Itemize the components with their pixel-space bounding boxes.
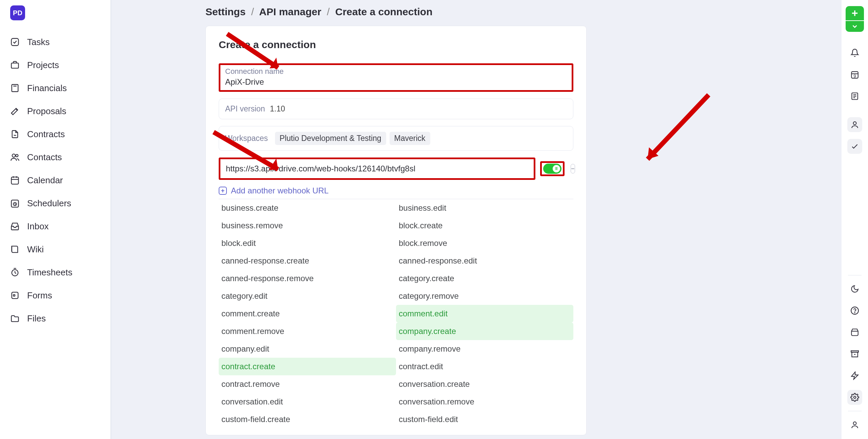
profile-icon[interactable] bbox=[847, 117, 862, 132]
event-option[interactable]: comment.remove bbox=[219, 322, 396, 340]
help-icon[interactable] bbox=[847, 303, 862, 318]
svg-rect-2 bbox=[12, 85, 18, 92]
webhook-url-input[interactable]: https://s3.apix-drive.com/web-hooks/1261… bbox=[219, 158, 535, 180]
events-list: business.createbusiness.editbusiness.rem… bbox=[219, 199, 573, 428]
users-icon bbox=[10, 152, 20, 162]
sidebar-item-inbox[interactable]: Inbox bbox=[0, 215, 111, 238]
sidebar-item-calendar[interactable]: Calendar bbox=[0, 169, 111, 192]
svg-rect-26 bbox=[13, 295, 15, 296]
sidebar-item-projects[interactable]: Projects bbox=[0, 54, 111, 77]
plus-icon: + bbox=[219, 187, 227, 195]
create-new-dropdown[interactable] bbox=[846, 21, 864, 32]
workspace-chip[interactable]: Plutio Development & Testing bbox=[275, 132, 386, 145]
sidebar-item-files[interactable]: Files bbox=[0, 307, 111, 330]
sidebar-item-schedulers[interactable]: Schedulers bbox=[0, 192, 111, 215]
nav-label: Inbox bbox=[27, 221, 49, 232]
webhook-toggle-wrap: II bbox=[540, 161, 565, 176]
webhook-enable-toggle[interactable]: II bbox=[543, 164, 561, 174]
sidebar-item-financials[interactable]: Financials bbox=[0, 77, 111, 100]
storage-icon[interactable] bbox=[847, 325, 862, 340]
breadcrumb-sep: / bbox=[327, 6, 330, 17]
event-option[interactable]: company.create bbox=[396, 322, 573, 340]
svg-point-40 bbox=[854, 396, 856, 399]
event-option[interactable]: company.edit bbox=[219, 340, 396, 358]
nav-label: Proposals bbox=[27, 106, 66, 117]
event-option[interactable]: block.edit bbox=[219, 234, 396, 252]
event-option[interactable]: block.create bbox=[396, 217, 573, 234]
api-version-field[interactable]: API version 1.10 bbox=[219, 99, 573, 119]
nav-label: Forms bbox=[27, 290, 52, 301]
breadcrumb-current: Create a connection bbox=[335, 6, 433, 17]
svg-rect-12 bbox=[12, 177, 19, 184]
dark-mode-icon[interactable] bbox=[847, 281, 862, 296]
event-option[interactable]: custom-field.create bbox=[219, 411, 396, 428]
calculator-icon bbox=[10, 83, 20, 93]
svg-line-19 bbox=[15, 204, 16, 204]
event-option[interactable]: business.create bbox=[219, 199, 396, 217]
svg-point-35 bbox=[853, 122, 856, 125]
sidebar-item-tasks[interactable]: Tasks bbox=[0, 30, 111, 54]
create-connection-card: Create a connection Connection name ApiX… bbox=[205, 26, 587, 435]
main-content: Settings / API manager / Create a connec… bbox=[111, 0, 842, 439]
event-option[interactable]: custom-field.edit bbox=[396, 411, 573, 428]
create-new-button[interactable] bbox=[846, 6, 864, 20]
add-webhook-text: Add another webhook URL bbox=[231, 186, 329, 195]
svg-point-37 bbox=[854, 312, 855, 313]
nav-label: Projects bbox=[27, 60, 59, 70]
remove-webhook-button[interactable]: − bbox=[571, 164, 575, 173]
event-option[interactable]: canned-response.remove bbox=[219, 270, 396, 287]
workspaces-label: Workspaces bbox=[225, 134, 268, 143]
lightning-icon[interactable] bbox=[847, 368, 862, 383]
event-option[interactable]: conversation.create bbox=[396, 375, 573, 393]
notifications-icon[interactable] bbox=[847, 45, 862, 60]
folder-icon bbox=[10, 314, 20, 323]
connection-name-field[interactable]: Connection name ApiX-Drive bbox=[219, 63, 573, 92]
event-option[interactable]: canned-response.edit bbox=[396, 252, 573, 270]
event-option[interactable]: company.remove bbox=[396, 340, 573, 358]
event-option[interactable]: conversation.remove bbox=[396, 393, 573, 411]
breadcrumb-settings[interactable]: Settings bbox=[205, 6, 245, 17]
event-option[interactable]: business.remove bbox=[219, 217, 396, 234]
book-icon bbox=[10, 245, 20, 254]
nav-label: Calendar bbox=[27, 175, 63, 186]
file-sign-icon bbox=[10, 129, 20, 139]
event-option[interactable]: canned-response.create bbox=[219, 252, 396, 270]
svg-rect-1 bbox=[12, 63, 19, 68]
event-option[interactable]: conversation.edit bbox=[219, 393, 396, 411]
settings-icon[interactable] bbox=[847, 390, 862, 405]
event-option[interactable]: business.edit bbox=[396, 199, 573, 217]
connection-name-label: Connection name bbox=[225, 67, 567, 76]
archive-icon[interactable] bbox=[847, 347, 862, 361]
notes-icon[interactable] bbox=[847, 89, 862, 104]
pen-icon bbox=[10, 106, 20, 116]
add-webhook-link[interactable]: + Add another webhook URL bbox=[219, 186, 573, 195]
event-option[interactable]: comment.create bbox=[219, 305, 396, 322]
workspace-chip[interactable]: Maverick bbox=[390, 132, 430, 145]
workspaces-field[interactable]: Workspaces Plutio Development & TestingM… bbox=[219, 126, 573, 151]
send-icon[interactable] bbox=[847, 139, 862, 154]
event-option[interactable]: contract.remove bbox=[219, 375, 396, 393]
sidebar-item-forms[interactable]: Forms bbox=[0, 284, 111, 307]
calendar-day: 9 bbox=[853, 74, 856, 79]
calendar-icon[interactable]: 9 bbox=[847, 67, 862, 82]
event-option[interactable]: contract.edit bbox=[396, 358, 573, 375]
form-icon bbox=[10, 291, 20, 300]
event-option[interactable]: comment.edit bbox=[396, 305, 573, 322]
workspace-logo[interactable]: PD bbox=[10, 5, 25, 20]
event-option[interactable]: contract.create bbox=[219, 358, 396, 375]
sidebar-item-proposals[interactable]: Proposals bbox=[0, 100, 111, 123]
account-switcher-icon[interactable] bbox=[847, 417, 862, 432]
api-version-label: API version bbox=[225, 104, 265, 113]
event-option[interactable]: category.create bbox=[396, 270, 573, 287]
sidebar-item-wiki[interactable]: Wiki bbox=[0, 238, 111, 261]
event-option[interactable]: block.remove bbox=[396, 234, 573, 252]
event-option[interactable]: category.edit bbox=[219, 287, 396, 305]
breadcrumb-api-manager[interactable]: API manager bbox=[259, 6, 321, 17]
sidebar-item-contacts[interactable]: Contacts bbox=[0, 146, 111, 169]
nav-label: Files bbox=[27, 313, 46, 324]
sidebar-item-contracts[interactable]: Contracts bbox=[0, 123, 111, 146]
clock-cal-icon bbox=[10, 198, 20, 208]
event-option[interactable]: category.remove bbox=[396, 287, 573, 305]
svg-point-41 bbox=[853, 422, 856, 425]
sidebar-item-timesheets[interactable]: Timesheets bbox=[0, 261, 111, 284]
